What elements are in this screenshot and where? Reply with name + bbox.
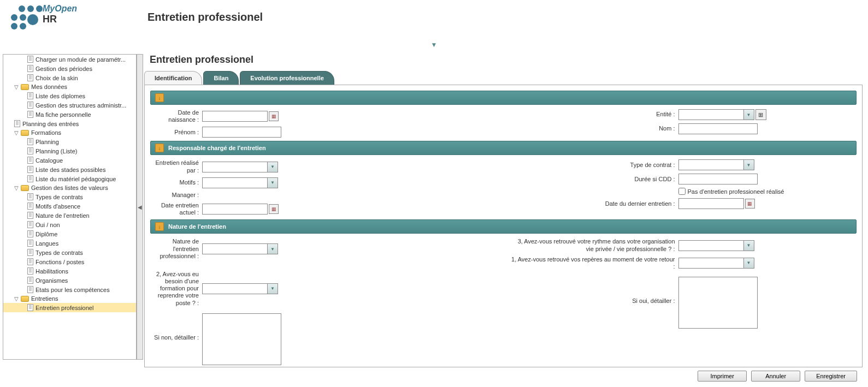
page-title: Entretien professionel xyxy=(147,11,263,23)
tree-item[interactable]: ▽Mes données xyxy=(3,82,136,91)
tree-item-label: Gestion des listes de valeurs xyxy=(31,184,108,191)
tree-item[interactable]: Diplôme xyxy=(3,229,136,239)
tree-item[interactable]: Gestion des structures administr... xyxy=(3,100,136,110)
calendar-icon[interactable]: ▦ xyxy=(269,111,279,121)
tree-item[interactable]: Charger un module de paramétr... xyxy=(3,55,136,64)
tree-item[interactable]: Oui / non xyxy=(3,220,136,229)
section-toggle-icon[interactable]: ↓ xyxy=(155,93,164,102)
file-icon xyxy=(27,304,33,311)
label-nature-entretien: Nature de l'entretien professionnel : xyxy=(150,238,202,260)
input-type-contrat[interactable] xyxy=(678,159,744,170)
input-nature-entretien[interactable] xyxy=(202,243,268,254)
folder-icon xyxy=(21,185,29,191)
input-date-naissance[interactable] xyxy=(202,111,268,122)
tree-item[interactable]: ▽Gestion des listes de valeurs xyxy=(3,183,136,192)
label-nom: Nom : xyxy=(509,125,678,132)
save-button[interactable]: Enregistrer xyxy=(805,371,857,382)
tree-item-label: Gestion des structures administr... xyxy=(36,102,126,109)
section-toggle-icon[interactable]: ↓ xyxy=(155,222,164,231)
tree-item[interactable]: Liste des stades possibles xyxy=(3,165,136,174)
label-q2: 2, Avez-vous eu besoin d'une formation p… xyxy=(150,271,202,307)
tree-item[interactable]: Planning des entrées xyxy=(3,119,136,128)
label-manager: Manager : xyxy=(150,192,202,199)
tree-item-label: Formations xyxy=(31,129,61,136)
tree-item-label: Types de contrats xyxy=(36,249,83,256)
tree-expand-icon[interactable]: ▽ xyxy=(14,84,21,90)
tab-identification[interactable]: Identification xyxy=(144,71,202,85)
tree-item[interactable]: Types de contrats xyxy=(3,192,136,201)
tree-expand-icon[interactable]: ▽ xyxy=(14,185,21,191)
tree-item-label: Catalogue xyxy=(36,157,63,164)
input-prenom[interactable] xyxy=(202,127,281,138)
tree-item[interactable]: Types de contrats xyxy=(3,248,136,257)
label-q3: 3, Avez-vous retrouvé votre rythme dans … xyxy=(509,238,678,252)
file-icon xyxy=(27,147,33,154)
tree-item[interactable]: Entretien professionel xyxy=(3,303,136,312)
file-icon xyxy=(27,249,33,256)
dropdown-icon[interactable]: ▼ xyxy=(267,162,278,172)
chevron-left-icon: ◀ xyxy=(138,204,142,210)
tree-item[interactable]: ▽Entretiens xyxy=(3,294,136,303)
textarea-si-non[interactable] xyxy=(202,313,281,365)
input-date-entretien-actuel[interactable] xyxy=(202,204,268,215)
input-entite[interactable] xyxy=(678,109,744,120)
tree-item[interactable]: Gestion des périodes xyxy=(3,64,136,73)
tree-item[interactable]: ▽Formations xyxy=(3,128,136,137)
input-date-dernier-entretien[interactable] xyxy=(678,198,744,209)
file-icon xyxy=(27,65,33,72)
print-button[interactable]: Imprimer xyxy=(698,371,747,382)
cancel-button[interactable]: Annuler xyxy=(751,371,800,382)
calendar-icon[interactable]: ▦ xyxy=(269,204,279,214)
calendar-icon[interactable]: ▦ xyxy=(745,199,755,209)
input-entretien-realise-par[interactable] xyxy=(202,162,268,172)
input-motifs[interactable] xyxy=(202,177,268,188)
tree-item[interactable]: Catalogue xyxy=(3,156,136,165)
dropdown-icon[interactable]: ▼ xyxy=(743,109,754,120)
tree-item[interactable]: Habilitations xyxy=(3,266,136,276)
tree-item[interactable]: Ma fiche personnelle xyxy=(3,110,136,119)
tree-item[interactable]: Liste du matériel pédagogique xyxy=(3,174,136,183)
input-q2[interactable] xyxy=(202,283,268,294)
dropdown-icon[interactable]: ▼ xyxy=(267,283,278,294)
file-icon xyxy=(27,221,33,228)
tree-item[interactable]: Langues xyxy=(3,239,136,248)
collapse-header-icon[interactable]: ▼ xyxy=(0,41,868,49)
tree-item[interactable]: Planning xyxy=(3,137,136,146)
tab-evolution-professionnelle[interactable]: Evolution professionnelle xyxy=(240,71,334,85)
tree-item[interactable]: Nature de l'entretien xyxy=(3,211,136,220)
checkbox-pas-entretien[interactable] xyxy=(678,188,686,195)
tree-expand-icon[interactable]: ▽ xyxy=(14,296,21,302)
tree-item-label: Entretiens xyxy=(31,295,58,302)
tree-item[interactable]: Etats pour les compétences xyxy=(3,285,136,294)
input-q1[interactable] xyxy=(678,258,744,269)
tree-item[interactable]: Liste des diplomes xyxy=(3,91,136,100)
dropdown-icon[interactable]: ▼ xyxy=(267,177,278,188)
tree-expand-icon[interactable]: ▽ xyxy=(14,130,21,136)
label-date-naissance: Date de naissance : xyxy=(150,109,202,123)
dropdown-icon[interactable]: ▼ xyxy=(743,159,754,170)
tab-bilan[interactable]: Bilan xyxy=(203,71,239,85)
label-date-entretien-actuel: Date entretien actuel : xyxy=(150,202,202,216)
textarea-si-oui[interactable] xyxy=(678,277,758,329)
section-toggle-icon[interactable]: ↓ xyxy=(155,144,164,152)
sidebar-collapse-handle[interactable]: ◀ xyxy=(137,54,143,360)
tree-item[interactable]: Motifs d'absence xyxy=(3,201,136,211)
tree-item[interactable]: Choix de la skin xyxy=(3,73,136,82)
input-nom[interactable] xyxy=(678,123,758,134)
input-duree-cdd[interactable] xyxy=(678,174,758,184)
file-icon xyxy=(27,258,33,265)
tree-item[interactable]: Planning (Liste) xyxy=(3,146,136,156)
input-q3[interactable] xyxy=(678,240,744,251)
section-responsable: ↓ Responsable chargé de l'entretien xyxy=(150,141,857,155)
lookup-icon[interactable]: ⊞ xyxy=(755,109,766,120)
file-icon xyxy=(27,230,33,237)
tree-item-label: Liste des stades possibles xyxy=(36,166,105,173)
file-icon xyxy=(27,92,33,99)
dropdown-icon[interactable]: ▼ xyxy=(267,243,278,254)
dropdown-icon[interactable]: ▼ xyxy=(743,258,754,269)
dropdown-icon[interactable]: ▼ xyxy=(743,240,754,251)
tree-item-label: Fonctions / postes xyxy=(36,259,84,265)
tree-item-label: Liste du matériel pédagogique xyxy=(36,176,116,182)
tree-item[interactable]: Organismes xyxy=(3,276,136,285)
tree-item[interactable]: Fonctions / postes xyxy=(3,257,136,266)
